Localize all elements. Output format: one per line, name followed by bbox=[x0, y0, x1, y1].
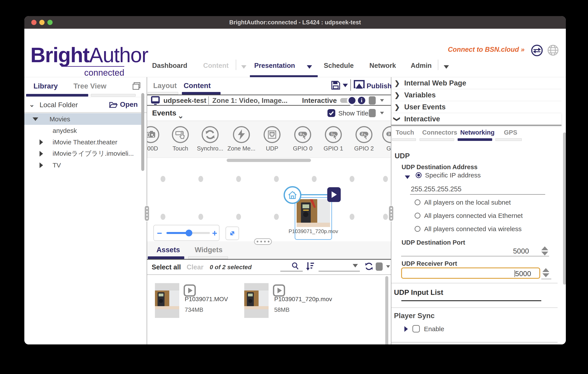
ip-address-input[interactable]: 255.255.255.255 bbox=[411, 185, 462, 193]
expand-player-sync-icon[interactable] bbox=[404, 326, 408, 332]
publish-icon[interactable] bbox=[354, 80, 365, 91]
tab-gps[interactable]: GPS bbox=[504, 129, 517, 136]
zoom-slider-handle[interactable] bbox=[186, 230, 192, 236]
color-swatch[interactable] bbox=[376, 262, 383, 271]
tree-item-anydesk[interactable]: anydesk bbox=[24, 125, 143, 136]
sidebar-scrollbar[interactable] bbox=[141, 93, 144, 171]
info-icon[interactable]: i bbox=[358, 97, 365, 104]
search-icon[interactable] bbox=[291, 262, 300, 270]
udp-input-list-underline[interactable] bbox=[401, 300, 541, 301]
nav-content[interactable]: Content bbox=[203, 62, 229, 70]
nav-presentation[interactable]: Presentation bbox=[254, 62, 295, 70]
row-dropdown-icon[interactable] bbox=[380, 112, 384, 114]
color-swatch[interactable] bbox=[369, 96, 376, 105]
select-all-button[interactable]: Select all bbox=[152, 263, 181, 271]
row-dropdown-icon[interactable] bbox=[386, 265, 390, 268]
zoom-out-button[interactable]: − bbox=[157, 228, 162, 238]
enable-checkbox[interactable] bbox=[412, 325, 420, 332]
dest-port-stepper[interactable] bbox=[541, 246, 548, 256]
tab-touch[interactable]: Touch bbox=[396, 129, 414, 136]
refresh-icon[interactable] bbox=[364, 262, 374, 271]
video-play-node-icon[interactable] bbox=[327, 187, 341, 202]
minimize-window-button[interactable] bbox=[39, 20, 44, 25]
open-folder-icon[interactable] bbox=[109, 101, 118, 108]
assets-scrollbar[interactable] bbox=[385, 276, 388, 344]
row-dropdown-icon[interactable] bbox=[380, 99, 384, 102]
tab-networking[interactable]: Networking bbox=[460, 129, 494, 136]
left-resize-handle[interactable] bbox=[144, 205, 150, 222]
connect-bsn-link[interactable]: Connect to BSN.cloud » bbox=[448, 46, 525, 53]
home-state-icon[interactable] bbox=[284, 186, 301, 204]
asset-thumbnail[interactable] bbox=[244, 283, 269, 318]
asset-thumbnail[interactable] bbox=[155, 283, 179, 318]
right-resize-handle[interactable] bbox=[388, 205, 394, 222]
section-interactive[interactable]: ❯ Interactive bbox=[391, 113, 561, 126]
tab-library[interactable]: Library bbox=[33, 82, 58, 90]
zoom-in-button[interactable]: + bbox=[212, 228, 217, 238]
udp-dest-port-input[interactable]: 5000 bbox=[513, 247, 529, 255]
hscrollbar-thumb[interactable] bbox=[227, 159, 311, 162]
expand-node-icon[interactable] bbox=[40, 162, 43, 168]
radio-via-wireless[interactable] bbox=[415, 226, 420, 232]
receiver-port-stepper[interactable] bbox=[542, 268, 549, 277]
color-swatch[interactable] bbox=[369, 109, 376, 117]
tree-item-imovie-library[interactable]: iMovieライブラリ.imovieli... bbox=[24, 148, 143, 159]
radio-local-subnet[interactable] bbox=[415, 199, 420, 205]
radio-specific-ip[interactable] bbox=[416, 172, 421, 178]
tab-widgets[interactable]: Widgets bbox=[195, 246, 222, 254]
open-button[interactable]: Open bbox=[120, 100, 138, 108]
event-synchronize[interactable] bbox=[202, 126, 219, 143]
event-gpio0[interactable]: 0 bbox=[294, 126, 311, 143]
nav-content-dropdown-icon[interactable] bbox=[241, 65, 246, 69]
nav-presentation-dropdown-icon[interactable] bbox=[307, 65, 312, 69]
event-camera-200d[interactable] bbox=[147, 126, 159, 143]
publish-button[interactable]: Publish bbox=[367, 82, 392, 90]
filter-dropdown-icon[interactable] bbox=[353, 264, 358, 267]
zone-label[interactable]: Zone 1: Video, Image... bbox=[212, 96, 287, 105]
tab-content[interactable]: Content bbox=[184, 82, 211, 90]
collapse-local-folder-icon[interactable]: ⌄ bbox=[29, 101, 34, 108]
show-titles-checkbox[interactable] bbox=[327, 109, 335, 117]
section-variables[interactable]: ❯ Variables bbox=[391, 89, 561, 101]
tab-tree-view[interactable]: Tree View bbox=[74, 82, 106, 90]
tree-item-imovie-theater[interactable]: iMovie Theater.theater bbox=[24, 136, 143, 148]
event-gpio3[interactable]: 3 bbox=[382, 126, 391, 143]
collapse-option-icon[interactable] bbox=[405, 175, 410, 179]
nav-schedule[interactable]: Schedule bbox=[324, 62, 354, 70]
event-gpio2[interactable]: 2 bbox=[356, 126, 372, 143]
presentation-canvas[interactable]: P1039071_720p.mov − + bbox=[147, 163, 391, 241]
toggle-knob[interactable] bbox=[347, 96, 357, 105]
tab-assets[interactable]: Assets bbox=[157, 246, 180, 254]
assets-drag-handle[interactable] bbox=[254, 238, 272, 245]
nav-dashboard[interactable]: Dashboard bbox=[152, 62, 187, 70]
save-dropdown-icon[interactable] bbox=[343, 84, 348, 87]
zoom-window-button[interactable] bbox=[47, 20, 52, 25]
expand-node-icon[interactable] bbox=[40, 151, 43, 157]
event-touch[interactable] bbox=[172, 126, 189, 143]
tree-item-tv[interactable]: TV bbox=[24, 159, 143, 171]
globe-icon[interactable] bbox=[547, 44, 559, 56]
nav-admin[interactable]: Admin bbox=[411, 62, 431, 70]
tree-item-movies[interactable]: Movies bbox=[24, 113, 143, 125]
tab-connectors[interactable]: Connectors bbox=[422, 129, 457, 136]
events-hscrollbar[interactable] bbox=[147, 158, 391, 163]
collapse-node-icon[interactable] bbox=[32, 118, 38, 121]
section-internal-web-page[interactable]: ❯ Internal Web Page bbox=[391, 77, 561, 89]
interactive-toggle[interactable] bbox=[340, 98, 355, 103]
expand-node-icon[interactable] bbox=[40, 139, 43, 145]
event-udp[interactable] bbox=[263, 126, 281, 143]
nav-admin-dropdown-icon[interactable] bbox=[444, 65, 449, 69]
radio-via-ethernet[interactable] bbox=[415, 213, 420, 219]
sort-icon[interactable] bbox=[306, 261, 315, 271]
event-gpio1[interactable]: 1 bbox=[325, 126, 342, 143]
canvas-media-item[interactable]: P1039071_720p.mov bbox=[295, 197, 332, 240]
udp-receiver-port-input[interactable]: 5000 bbox=[401, 267, 540, 279]
transfer-icon[interactable] bbox=[531, 44, 543, 56]
events-expand-icon[interactable]: ⌄ bbox=[178, 111, 184, 120]
popout-panel-icon[interactable] bbox=[132, 82, 141, 91]
section-user-events[interactable]: ❯ User Events bbox=[391, 101, 561, 113]
tab-layout[interactable]: Layout bbox=[153, 82, 177, 90]
clear-button[interactable]: Clear bbox=[187, 263, 204, 271]
save-icon[interactable] bbox=[331, 80, 341, 90]
nav-network[interactable]: Network bbox=[369, 62, 396, 70]
